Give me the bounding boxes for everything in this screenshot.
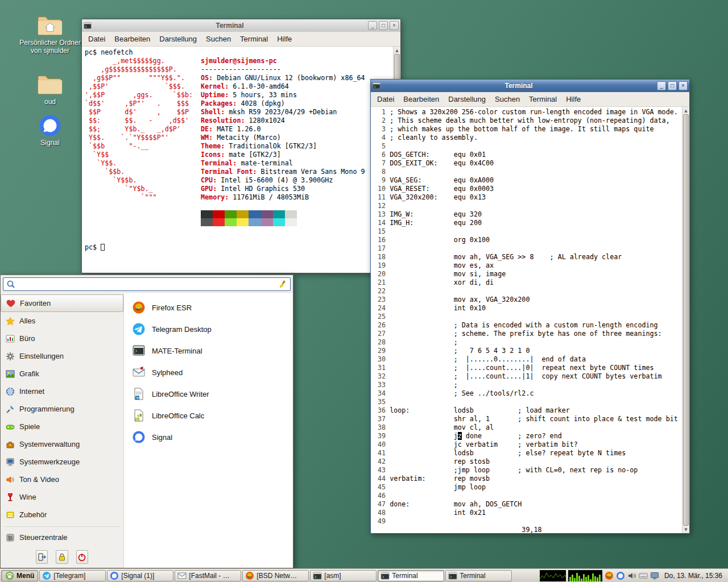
clear-search-icon[interactable]: [278, 280, 287, 289]
neofetch-value: Debian GNU/Linux 12 (bookworm) x86_64: [213, 74, 365, 82]
taskbar-window-button-fastmail[interactable]: [FastMail - …: [175, 570, 241, 581]
code-text: ;: [390, 338, 458, 347]
signal-tray-icon[interactable]: [616, 571, 625, 580]
favorite-mate-terminal[interactable]: MATE-Terminal: [127, 340, 289, 361]
keyboard-indicator-icon[interactable]: [639, 571, 648, 580]
scrollbar[interactable]: ▲ ▼: [682, 107, 689, 533]
scroll-up-button[interactable]: ▲: [394, 47, 400, 54]
taskbar-window-button-telegram[interactable]: [Telegram]: [39, 570, 106, 581]
maximize-button[interactable]: □: [379, 21, 388, 30]
task-button-label: [BSD Netw…: [257, 572, 297, 580]
category-label: Systemwerkzeuge: [19, 458, 80, 466]
category-ton-video[interactable]: Ton & Video: [1, 471, 123, 488]
firefox-tray-icon[interactable]: [605, 571, 614, 580]
taskbar-window-button-asm[interactable]: [asm]: [310, 570, 377, 581]
minimize-button[interactable]: _: [657, 81, 666, 90]
favorite-label: MATE-Terminal: [152, 347, 202, 355]
terminal-output[interactable]: 1; Shows a 320x200 256-color custom run-…: [371, 107, 682, 533]
category-label: Zubehör: [19, 510, 47, 519]
category-systemverwaltung[interactable]: Systemverwaltung: [1, 435, 123, 453]
line-number: 9: [374, 176, 386, 185]
code-line: 23 mov ax, VGA_320x200: [374, 296, 681, 304]
calc-icon: [132, 409, 146, 422]
display-icon[interactable]: [650, 571, 659, 580]
category-label: Grafik: [19, 369, 39, 378]
category-einstellungen[interactable]: Einstellungen: [1, 347, 123, 365]
color-swatch: [273, 210, 285, 218]
menubar-item-datei[interactable]: Datei: [373, 93, 398, 105]
scrollbar-thumb[interactable]: [683, 114, 689, 526]
titlebar[interactable]: Terminal _ □ ×: [82, 19, 400, 32]
menubar-item-bearbeiten[interactable]: Bearbeiten: [399, 93, 443, 105]
favorite-libreoffice-calc[interactable]: LibreOffice Calc: [127, 405, 289, 426]
line-number: 44: [374, 475, 386, 483]
scroll-up-button[interactable]: ▲: [682, 107, 689, 114]
menubar-item-suchen[interactable]: Suchen: [202, 33, 235, 45]
category-grafik[interactable]: Grafik: [1, 365, 123, 383]
category-spiele[interactable]: Spiele: [1, 418, 123, 435]
code-text: mov si, image: [390, 270, 506, 278]
mate-menu-button[interactable]: Menü: [1, 570, 38, 581]
search-field[interactable]: [3, 277, 291, 291]
taskbar-window-button-bsd-netw[interactable]: [BSD Netw…: [242, 570, 309, 581]
favorite-label: LibreOffice Writer: [152, 390, 209, 398]
menubar-item-darstellung[interactable]: Darstellung: [444, 93, 490, 105]
neofetch-label: Terminal:: [201, 159, 237, 167]
menubar-item-bearbeiten[interactable]: Bearbeiten: [110, 33, 154, 45]
terminal-app-icon: [373, 82, 380, 90]
close-button[interactable]: ×: [679, 81, 688, 90]
category-internet[interactable]: Internet: [1, 383, 123, 400]
clock[interactable]: Do, 13. Mär., 15:36: [661, 572, 725, 580]
settings-icon: [6, 352, 15, 361]
neofetch-label: Packages:: [201, 99, 237, 107]
line-number: 26: [374, 321, 386, 330]
favorite-libreoffice-writer[interactable]: LibreOffice Writer: [127, 383, 289, 405]
category-zubeh-r[interactable]: Zubehör: [1, 506, 123, 523]
scroll-down-button[interactable]: ▼: [682, 526, 689, 533]
palette-row: [201, 210, 392, 218]
terminal-output[interactable]: pc$ neofetch _,met$$$$$gg. ,g$$$$$$$$$$$…: [82, 47, 393, 273]
favorite-telegram-desktop[interactable]: Telegram Desktop: [127, 318, 289, 340]
menubar-item-terminal[interactable]: Terminal: [236, 33, 272, 45]
favorite-firefox-esr[interactable]: Firefox ESR: [127, 297, 289, 318]
desktop-icon-oud[interactable]: oud: [19, 73, 81, 106]
desktop-icon-home[interactable]: Persönlicher Ordner von sjmulder: [19, 14, 81, 55]
volume-icon[interactable]: [627, 571, 636, 580]
code-line: 7DOS_EXIT_OK: equ 0x4C00: [374, 159, 681, 168]
net-graph-applet[interactable]: [568, 570, 602, 581]
terminal-app-icon: [84, 22, 92, 30]
menubar-item-darstellung[interactable]: Darstellung: [155, 33, 201, 45]
menubar-item-suchen[interactable]: Suchen: [491, 93, 524, 105]
cpu-graph-applet[interactable]: [540, 570, 566, 581]
category-programmierung[interactable]: Programmierung: [1, 400, 123, 418]
category-alles[interactable]: Alles: [1, 312, 123, 330]
menubar-item-datei[interactable]: Datei: [84, 33, 109, 45]
category-favoriten[interactable]: Favoriten: [1, 294, 123, 312]
titlebar[interactable]: Terminal _ □ ×: [371, 80, 689, 92]
category-b-ro[interactable]: Büro: [1, 330, 123, 347]
menubar-item-hilfe[interactable]: Hilfe: [273, 33, 296, 45]
category-wine[interactable]: Wine: [1, 488, 123, 506]
menu-search-input[interactable]: [18, 280, 275, 289]
minimize-button[interactable]: _: [368, 21, 377, 30]
menu-categories-pane: FavoritenAllesBüroEinstellungenGrafikInt…: [1, 293, 124, 568]
menubar-item-hilfe[interactable]: Hilfe: [562, 93, 585, 105]
menubar-item-terminal[interactable]: Terminal: [525, 93, 561, 105]
close-button[interactable]: ×: [390, 21, 399, 30]
shutdown-button[interactable]: [76, 550, 88, 564]
favorite-sylpheed[interactable]: Sylpheed: [127, 361, 289, 383]
category-systemwerkzeuge[interactable]: Systemwerkzeuge: [1, 453, 123, 471]
logout-button[interactable]: [36, 550, 48, 564]
favorite-signal[interactable]: Signal: [127, 426, 289, 448]
category-steuerzentrale[interactable]: Steuerzentrale: [1, 529, 123, 546]
taskbar-window-button-terminal[interactable]: Terminal: [445, 570, 512, 581]
code-text: rep stosb: [390, 458, 490, 466]
taskbar-window-button-signal-1[interactable]: [Signal (1)]: [107, 570, 173, 581]
neofetch-value: 5 hours, 33 mins: [229, 91, 297, 99]
maximize-button[interactable]: □: [668, 81, 677, 90]
neofetch-info-line: WM: Metacity (Marco): [201, 134, 365, 142]
taskbar-window-button-terminal[interactable]: Terminal: [378, 570, 444, 581]
lock-screen-button[interactable]: [56, 550, 68, 564]
desktop-icon-signal[interactable]: Signal: [19, 114, 81, 147]
code-line: 4; cleanly to assembly.: [374, 134, 681, 142]
